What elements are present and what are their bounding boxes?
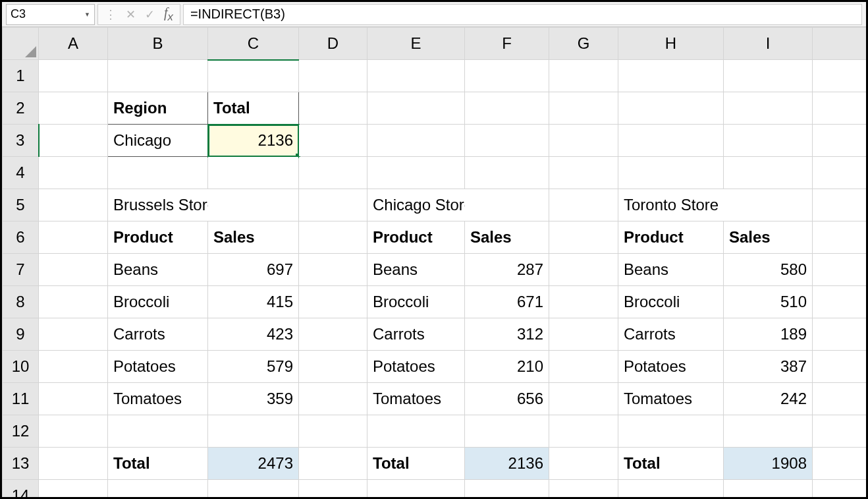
cell-B3[interactable]: Chicago	[108, 125, 208, 157]
cell-F13[interactable]: 2136	[465, 448, 549, 480]
cell-J2[interactable]	[813, 92, 867, 125]
cell-C13[interactable]: 2473	[208, 448, 299, 480]
cell-F7[interactable]: 287	[465, 254, 549, 286]
cell-H7[interactable]: Beans	[618, 254, 724, 286]
cell-J4[interactable]	[813, 157, 867, 189]
col-header-C[interactable]: C	[208, 28, 299, 60]
cell-G6[interactable]	[549, 221, 618, 254]
cell-J11[interactable]	[813, 383, 867, 415]
cell-G4[interactable]	[549, 157, 618, 189]
cell-H6[interactable]: Product	[618, 221, 724, 254]
cell-J12[interactable]	[813, 415, 867, 448]
confirm-icon[interactable]: ✓	[145, 7, 155, 22]
cell-I5[interactable]	[724, 189, 813, 221]
cell-D11[interactable]	[299, 383, 367, 415]
row-header-7[interactable]: 7	[3, 254, 39, 286]
cell-I11[interactable]: 242	[724, 383, 813, 415]
cell-G11[interactable]	[549, 383, 618, 415]
col-header-B[interactable]: B	[108, 28, 208, 60]
cell-G2[interactable]	[549, 92, 618, 125]
cell-E10[interactable]: Potatoes	[367, 351, 465, 383]
cell-B7[interactable]: Beans	[108, 254, 208, 286]
cell-A6[interactable]	[39, 221, 108, 254]
cell-D6[interactable]	[299, 221, 367, 254]
cell-C7[interactable]: 697	[208, 254, 299, 286]
cell-J8[interactable]	[813, 286, 867, 318]
cell-D5[interactable]	[299, 189, 367, 221]
row-header-1[interactable]: 1	[3, 60, 39, 92]
cell-I3[interactable]	[724, 125, 813, 157]
cell-B2[interactable]: Region	[108, 92, 208, 125]
cell-G10[interactable]	[549, 351, 618, 383]
row-header-3[interactable]: 3	[3, 125, 39, 157]
cell-A2[interactable]	[39, 92, 108, 125]
cell-E3[interactable]	[367, 125, 465, 157]
cell-I13[interactable]: 1908	[724, 448, 813, 480]
cell-J10[interactable]	[813, 351, 867, 383]
cell-J9[interactable]	[813, 318, 867, 351]
cell-B1[interactable]	[108, 60, 208, 92]
cell-E5[interactable]: Chicago Store	[367, 189, 465, 221]
col-header-D[interactable]: D	[299, 28, 367, 60]
formula-input[interactable]: =INDIRECT(B3)	[183, 4, 862, 25]
cell-F3[interactable]	[465, 125, 549, 157]
cell-E4[interactable]	[367, 157, 465, 189]
cell-A10[interactable]	[39, 351, 108, 383]
cell-B6[interactable]: Product	[108, 221, 208, 254]
cell-I2[interactable]	[724, 92, 813, 125]
cell-G1[interactable]	[549, 60, 618, 92]
cell-D12[interactable]	[299, 415, 367, 448]
cell-B11[interactable]: Tomatoes	[108, 383, 208, 415]
cell-E12[interactable]	[367, 415, 465, 448]
cell-C12[interactable]	[208, 415, 299, 448]
cell-F6[interactable]: Sales	[465, 221, 549, 254]
cell-G3[interactable]	[549, 125, 618, 157]
cell-J13[interactable]	[813, 448, 867, 480]
cell-A14[interactable]	[39, 480, 108, 500]
cell-F10[interactable]: 210	[465, 351, 549, 383]
cell-B8[interactable]: Broccoli	[108, 286, 208, 318]
cell-I12[interactable]	[724, 415, 813, 448]
cell-J7[interactable]	[813, 254, 867, 286]
row-header-13[interactable]: 13	[3, 448, 39, 480]
row-header-10[interactable]: 10	[3, 351, 39, 383]
cell-G12[interactable]	[549, 415, 618, 448]
cell-C6[interactable]: Sales	[208, 221, 299, 254]
cell-A1[interactable]	[39, 60, 108, 92]
col-header-F[interactable]: F	[465, 28, 549, 60]
cell-C14[interactable]	[208, 480, 299, 500]
cell-E7[interactable]: Beans	[367, 254, 465, 286]
cell-H2[interactable]	[618, 92, 724, 125]
cell-I9[interactable]: 189	[724, 318, 813, 351]
cell-A5[interactable]	[39, 189, 108, 221]
cell-J6[interactable]	[813, 221, 867, 254]
cell-J1[interactable]	[813, 60, 867, 92]
cell-C9[interactable]: 423	[208, 318, 299, 351]
cell-C1[interactable]	[208, 60, 299, 92]
cell-C10[interactable]: 579	[208, 351, 299, 383]
cell-I4[interactable]	[724, 157, 813, 189]
cell-E2[interactable]	[367, 92, 465, 125]
col-header-A[interactable]: A	[39, 28, 108, 60]
cell-D9[interactable]	[299, 318, 367, 351]
cell-A12[interactable]	[39, 415, 108, 448]
cell-I6[interactable]: Sales	[724, 221, 813, 254]
cell-E8[interactable]: Broccoli	[367, 286, 465, 318]
cell-B12[interactable]	[108, 415, 208, 448]
cell-D3[interactable]	[299, 125, 367, 157]
cell-H5[interactable]: Toronto Store	[618, 189, 724, 221]
cell-C4[interactable]	[208, 157, 299, 189]
row-header-14[interactable]: 14	[3, 480, 39, 500]
cell-G14[interactable]	[549, 480, 618, 500]
row-header-9[interactable]: 9	[3, 318, 39, 351]
cell-G7[interactable]	[549, 254, 618, 286]
fx-icon[interactable]: fx	[164, 5, 173, 24]
cell-H8[interactable]: Broccoli	[618, 286, 724, 318]
col-header-H[interactable]: H	[618, 28, 724, 60]
cell-H4[interactable]	[618, 157, 724, 189]
cell-H11[interactable]: Tomatoes	[618, 383, 724, 415]
row-header-8[interactable]: 8	[3, 286, 39, 318]
cell-F8[interactable]: 671	[465, 286, 549, 318]
cell-I10[interactable]: 387	[724, 351, 813, 383]
cell-H13[interactable]: Total	[618, 448, 724, 480]
